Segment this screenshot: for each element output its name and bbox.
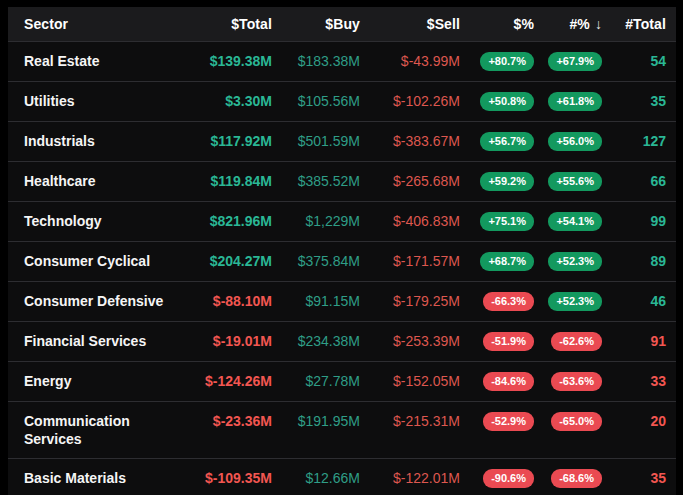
table-row[interactable]: Technology $821.96M $1,229M $-406.83M +7…	[8, 201, 676, 241]
dollar-total-value: $-124.26M	[177, 372, 272, 390]
dollar-sell-value: $-383.67M	[360, 132, 460, 150]
count-total-value: 35	[602, 469, 666, 487]
dollar-pct-badge: -66.3%	[483, 292, 534, 311]
dollar-total-value: $-19.01M	[177, 332, 272, 350]
count-total-value: 99	[602, 212, 666, 230]
dollar-buy-value: $501.59M	[272, 132, 360, 150]
dollar-sell-value: $-265.68M	[360, 172, 460, 190]
dollar-total-value: $-109.35M	[177, 469, 272, 487]
count-pct-badge: +67.9%	[548, 52, 602, 71]
table-row[interactable]: Consumer Cyclical $204.27M $375.84M $-17…	[8, 241, 676, 281]
dollar-sell-value: $-215.31M	[360, 412, 460, 430]
sector-name: Technology	[24, 212, 177, 230]
dollar-pct-badge: +75.1%	[480, 212, 534, 231]
dollar-pct-badge: -90.6%	[483, 469, 534, 488]
dollar-buy-value: $183.38M	[272, 52, 360, 70]
dollar-total-value: $204.27M	[177, 252, 272, 270]
count-pct-cell: -65.0%	[534, 412, 602, 431]
count-total-value: 127	[602, 132, 666, 150]
count-pct-badge: -62.6%	[551, 332, 602, 351]
dollar-pct-cell: +75.1%	[460, 212, 534, 231]
count-total-value: 91	[602, 332, 666, 350]
count-pct-cell: +54.1%	[534, 212, 602, 231]
dollar-pct-badge: +50.8%	[480, 92, 534, 111]
dollar-pct-cell: +80.7%	[460, 52, 534, 71]
dollar-buy-value: $375.84M	[272, 252, 360, 270]
sector-name: Consumer Defensive	[24, 292, 177, 310]
count-pct-badge: +61.8%	[548, 92, 602, 111]
dollar-sell-value: $-253.39M	[360, 332, 460, 350]
dollar-sell-value: $-102.26M	[360, 92, 460, 110]
dollar-buy-value: $12.66M	[272, 469, 360, 487]
dollar-pct-cell: +56.7%	[460, 132, 534, 151]
count-pct-badge: +55.6%	[548, 172, 602, 191]
column-header-count-total[interactable]: #Total	[602, 16, 666, 32]
table-row[interactable]: Utilities $3.30M $105.56M $-102.26M +50.…	[8, 81, 676, 121]
sector-name: Industrials	[24, 132, 177, 150]
dollar-pct-cell: -90.6%	[460, 469, 534, 488]
dollar-total-value: $-23.36M	[177, 412, 272, 430]
count-pct-badge: +52.3%	[548, 252, 602, 271]
count-pct-header-label: #%	[569, 16, 589, 32]
count-total-value: 35	[602, 92, 666, 110]
dollar-sell-value: $-406.83M	[360, 212, 460, 230]
count-pct-cell: +67.9%	[534, 52, 602, 71]
dollar-pct-badge: +80.7%	[480, 52, 534, 71]
sector-name: Healthcare	[24, 172, 177, 190]
dollar-pct-badge: +56.7%	[480, 132, 534, 151]
count-pct-badge: -63.6%	[551, 372, 602, 391]
column-header-dollar-buy[interactable]: $Buy	[272, 16, 360, 32]
dollar-buy-value: $1,229M	[272, 212, 360, 230]
dollar-buy-value: $105.56M	[272, 92, 360, 110]
table-row[interactable]: Healthcare $119.84M $385.52M $-265.68M +…	[8, 161, 676, 201]
count-pct-badge: +52.3%	[548, 292, 602, 311]
dollar-buy-value: $91.15M	[272, 292, 360, 310]
count-pct-cell: +52.3%	[534, 252, 602, 271]
dollar-total-value: $3.30M	[177, 92, 272, 110]
column-header-sector[interactable]: Sector	[24, 16, 177, 32]
table-row[interactable]: Basic Materials $-109.35M $12.66M $-122.…	[8, 458, 676, 495]
count-pct-badge: +54.1%	[548, 212, 602, 231]
table-row[interactable]: Financial Services $-19.01M $234.38M $-2…	[8, 321, 676, 361]
count-pct-cell: +56.0%	[534, 132, 602, 151]
count-pct-cell: -68.6%	[534, 469, 602, 488]
dollar-pct-badge: -51.9%	[483, 332, 534, 351]
dollar-sell-value: $-122.01M	[360, 469, 460, 487]
sector-name: Financial Services	[24, 332, 177, 350]
column-header-count-pct[interactable]: #% ↓	[534, 16, 602, 32]
dollar-total-value: $821.96M	[177, 212, 272, 230]
dollar-pct-cell: -51.9%	[460, 332, 534, 351]
count-pct-cell: +55.6%	[534, 172, 602, 191]
dollar-total-value: $119.84M	[177, 172, 272, 190]
dollar-pct-badge: +68.7%	[480, 252, 534, 271]
dollar-pct-badge: -84.6%	[483, 372, 534, 391]
dollar-total-value: $139.38M	[177, 52, 272, 70]
dollar-total-value: $-88.10M	[177, 292, 272, 310]
column-header-dollar-total[interactable]: $Total	[177, 16, 272, 32]
dollar-total-value: $117.92M	[177, 132, 272, 150]
dollar-pct-badge: +59.2%	[480, 172, 534, 191]
column-header-dollar-pct[interactable]: $%	[460, 16, 534, 32]
count-pct-badge: +56.0%	[548, 132, 602, 151]
table-row[interactable]: Energy $-124.26M $27.78M $-152.05M -84.6…	[8, 361, 676, 401]
count-total-value: 20	[602, 412, 666, 430]
table-header: Sector $Total $Buy $Sell $% #% ↓ #Total	[8, 7, 676, 41]
count-pct-cell: -63.6%	[534, 372, 602, 391]
table-row[interactable]: Industrials $117.92M $501.59M $-383.67M …	[8, 121, 676, 161]
column-header-dollar-sell[interactable]: $Sell	[360, 16, 460, 32]
table-row[interactable]: Communication Services $-23.36M $191.95M…	[8, 401, 676, 458]
dollar-pct-cell: +50.8%	[460, 92, 534, 111]
count-total-value: 89	[602, 252, 666, 270]
dollar-sell-value: $-179.25M	[360, 292, 460, 310]
dollar-pct-cell: -52.9%	[460, 412, 534, 431]
sector-name: Consumer Cyclical	[24, 252, 177, 270]
dollar-buy-value: $385.52M	[272, 172, 360, 190]
dollar-pct-cell: +59.2%	[460, 172, 534, 191]
table-body: Real Estate $139.38M $183.38M $-43.99M +…	[8, 41, 676, 495]
count-total-value: 33	[602, 372, 666, 390]
sector-name: Basic Materials	[24, 469, 177, 487]
table-row[interactable]: Consumer Defensive $-88.10M $91.15M $-17…	[8, 281, 676, 321]
table-row[interactable]: Real Estate $139.38M $183.38M $-43.99M +…	[8, 41, 676, 81]
dollar-pct-cell: +68.7%	[460, 252, 534, 271]
count-total-value: 54	[602, 52, 666, 70]
